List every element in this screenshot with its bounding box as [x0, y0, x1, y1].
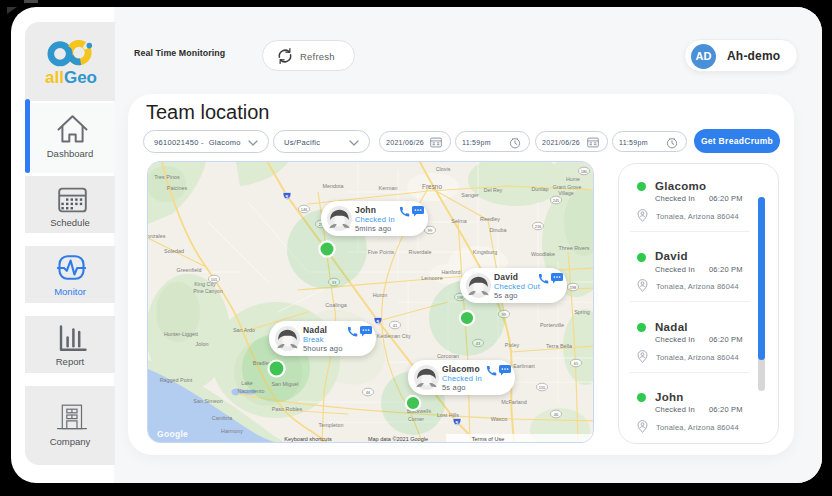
svg-text:Corcoran: Corcoran: [437, 353, 459, 359]
svg-text:Woodlake: Woodlake: [531, 251, 555, 257]
svg-text:Earlimart: Earlimart: [513, 363, 535, 369]
svg-text:5: 5: [456, 420, 459, 426]
svg-text:San Miguel: San Miguel: [272, 381, 299, 387]
svg-text:Hume: Hume: [566, 176, 580, 182]
svg-text:Mendota: Mendota: [323, 183, 344, 189]
svg-text:Greenfield: Greenfield: [177, 267, 202, 273]
svg-text:41: 41: [393, 323, 398, 328]
svg-text:5: 5: [377, 319, 380, 325]
svg-text:Google: Google: [157, 429, 188, 439]
svg-text:Soledad: Soledad: [164, 248, 184, 254]
svg-text:Harmony: Harmony: [221, 428, 243, 434]
svg-text:Paso Robles: Paso Robles: [272, 406, 303, 412]
svg-text:Nacimiento: Nacimiento: [238, 388, 265, 394]
svg-text:5: 5: [286, 194, 289, 200]
svg-text:Riverdale: Riverdale: [409, 249, 432, 255]
svg-text:Wasco: Wasco: [491, 416, 507, 422]
svg-text:allGeo: allGeo: [45, 68, 97, 87]
svg-text:Pine Canyon: Pine Canyon: [193, 288, 223, 294]
svg-text:Paicines: Paicines: [167, 185, 188, 191]
svg-text:Ragged Point: Ragged Point: [160, 377, 193, 383]
svg-text:Hanford: Hanford: [441, 269, 460, 275]
svg-text:Hunter-Liggett: Hunter-Liggett: [164, 331, 199, 337]
svg-text:Dinuba: Dinuba: [489, 227, 506, 233]
svg-text:Clovis: Clovis: [436, 166, 451, 172]
svg-text:Lost Hills: Lost Hills: [437, 412, 459, 418]
svg-text:Three Rivers: Three Rivers: [559, 245, 590, 251]
svg-text:Del Rey: Del Rey: [484, 187, 503, 193]
svg-text:San Simeon: San Simeon: [193, 398, 222, 404]
svg-text:Sanger: Sanger: [461, 192, 479, 198]
svg-text:65: 65: [574, 361, 579, 366]
svg-text:Cambria: Cambria: [212, 415, 232, 421]
svg-text:Selma: Selma: [451, 218, 466, 224]
svg-text:Huron: Huron: [373, 292, 388, 298]
svg-text:146: 146: [301, 207, 308, 212]
svg-text:Tres Pinos: Tres Pinos: [154, 174, 180, 180]
svg-text:Templeton: Templeton: [319, 422, 344, 428]
svg-text:Kerman: Kerman: [379, 185, 398, 191]
svg-text:Lake: Lake: [241, 380, 253, 386]
svg-text:Gonzales: Gonzales: [148, 233, 166, 239]
svg-text:Spring: Spring: [574, 309, 590, 315]
svg-text:46: 46: [366, 390, 371, 395]
svg-text:Terra Bella: Terra Bella: [546, 343, 572, 349]
svg-text:180: 180: [581, 169, 588, 174]
svg-text:McFarland: McFarland: [501, 399, 526, 405]
svg-text:198: 198: [570, 285, 577, 290]
svg-text:Pixley: Pixley: [505, 342, 520, 348]
svg-text:Jolon: Jolon: [196, 341, 209, 347]
svg-text:216: 216: [535, 224, 542, 229]
svg-text:San Ardo: San Ardo: [233, 327, 255, 333]
svg-text:Village: Village: [558, 190, 574, 196]
svg-text:Keyboard shortcuts: Keyboard shortcuts: [284, 436, 332, 442]
svg-text:Kingsburg: Kingsburg: [473, 249, 497, 255]
svg-text:Coalinga: Coalinga: [325, 302, 346, 308]
svg-text:Dunlap: Dunlap: [531, 186, 548, 192]
svg-text:Reedley: Reedley: [480, 216, 500, 222]
svg-text:Porterville: Porterville: [540, 322, 564, 328]
svg-text:46: 46: [554, 412, 559, 417]
svg-text:Fresno: Fresno: [422, 183, 442, 190]
svg-text:King City: King City: [194, 281, 216, 287]
svg-text:Map data ©2021 Google: Map data ©2021 Google: [368, 436, 428, 442]
svg-text:Five Points: Five Points: [368, 249, 395, 255]
svg-text:Lemoore: Lemoore: [421, 275, 442, 281]
svg-text:245: 245: [553, 198, 560, 203]
svg-text:Corner: Corner: [408, 416, 424, 422]
svg-text:99: 99: [428, 228, 433, 233]
svg-text:Terms of Use: Terms of Use: [472, 436, 504, 442]
svg-text:al Kettleman City: al Kettleman City: [371, 333, 411, 339]
svg-text:155: 155: [539, 385, 546, 390]
